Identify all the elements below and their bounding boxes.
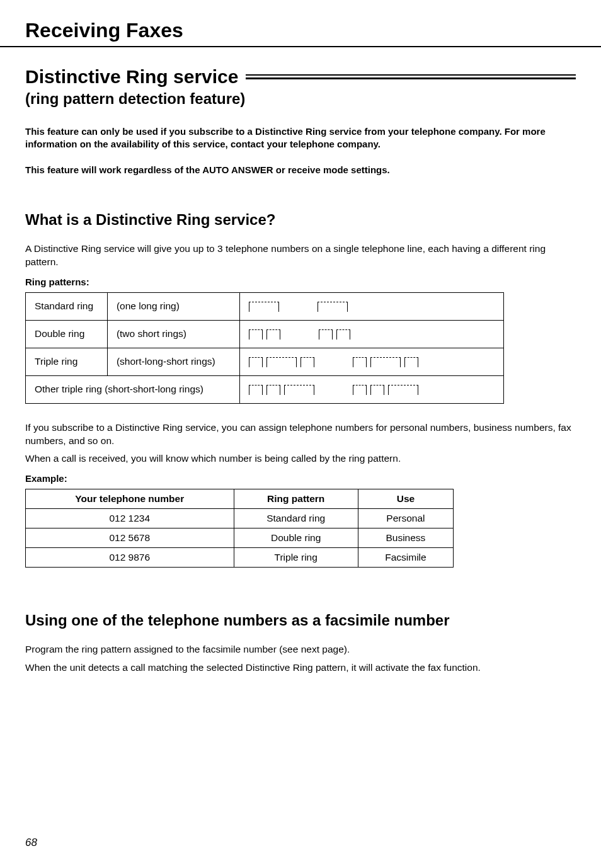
cell: Business: [358, 528, 453, 548]
table-row: 012 5678 Double ring Business: [26, 528, 454, 548]
ring-name-desc: Other triple ring (short-short-long ring…: [26, 375, 240, 403]
ring-pulse-icon: [249, 385, 263, 395]
example-label: Example:: [25, 473, 576, 484]
ring-pulse-group-icon: [249, 384, 318, 395]
ring-pulse-icon: [266, 329, 280, 340]
ring-pattern-cell: [239, 320, 503, 348]
table-row: Standard ring (one long ring): [26, 292, 504, 320]
cell: 012 1234: [26, 509, 234, 528]
ring-desc-text: (short-short-long rings): [105, 384, 203, 394]
ring-pulse-icon: [353, 357, 367, 367]
ring-pattern-cell: [239, 375, 503, 403]
cell: Standard ring: [234, 509, 358, 528]
table-row: 012 9876 Triple ring Facsimile: [26, 548, 454, 568]
ring-desc: (short-long-short rings): [107, 348, 239, 375]
cell: 012 5678: [26, 528, 234, 548]
ring-pulse-icon: [249, 329, 263, 340]
col-header: Ring pattern: [234, 489, 358, 509]
cell: 012 9876: [26, 548, 234, 568]
table-header-row: Your telephone number Ring pattern Use: [26, 489, 454, 509]
ring-pulse-icon: [388, 385, 418, 395]
example-table: Your telephone number Ring pattern Use 0…: [25, 489, 454, 568]
ring-name: Double ring: [26, 320, 108, 348]
assign-body-2: When a call is received, you will know w…: [25, 452, 576, 465]
ring-name-text: Other triple ring: [35, 384, 102, 394]
ring-pulse-group-icon: [249, 300, 283, 312]
page-header: Receiving Faxes: [25, 19, 576, 42]
ring-pulse-icon: [353, 385, 367, 395]
ring-name: Triple ring: [26, 348, 108, 375]
cell: Facsimile: [358, 548, 453, 568]
table-row: Other triple ring (short-short-long ring…: [26, 375, 504, 403]
ring-pulse-icon: [318, 302, 348, 312]
header-rule: [0, 46, 601, 47]
section-title: Distinctive Ring service: [25, 66, 238, 88]
ring-pulse-icon: [266, 357, 297, 367]
page-number: 68: [25, 837, 37, 849]
ring-desc: (one long ring): [107, 292, 239, 320]
ring-pulse-icon: [284, 385, 314, 395]
table-row: Triple ring (short-long-short rings): [26, 348, 504, 375]
ring-pulse-group-icon: [249, 356, 318, 367]
using-body-2: When the unit detects a call matching th…: [25, 661, 576, 675]
col-header: Use: [358, 489, 453, 509]
ring-desc: (two short rings): [107, 320, 239, 348]
ring-pulse-icon: [404, 357, 418, 367]
what-heading: What is a Distinctive Ring service?: [25, 211, 576, 229]
ring-pulse-icon: [319, 329, 333, 340]
what-body: A Distinctive Ring service will give you…: [25, 243, 576, 269]
using-body-1: Program the ring pattern assigned to the…: [25, 643, 576, 656]
ring-pulse-icon: [336, 329, 350, 340]
ring-pulse-icon: [266, 385, 280, 395]
ring-pulse-group-icon: [353, 356, 422, 367]
ring-pulse-icon: [249, 302, 279, 312]
title-row: Distinctive Ring service: [25, 66, 576, 88]
cell: Double ring: [234, 528, 358, 548]
ring-pulse-group-icon: [318, 300, 352, 312]
ring-pulse-group-icon: [319, 328, 354, 340]
ring-pattern-table: Standard ring (one long ring) Double rin…: [25, 292, 504, 404]
ring-pattern-cell: [239, 292, 503, 320]
cell: Personal: [358, 509, 453, 528]
ring-pulse-icon: [370, 385, 384, 395]
ring-pulse-icon: [370, 357, 401, 367]
ring-name: Standard ring: [26, 292, 108, 320]
cell: Triple ring: [234, 548, 358, 568]
col-header: Your telephone number: [26, 489, 234, 509]
title-rule-icon: [246, 74, 576, 79]
intro-paragraph-2: This feature will work regardless of the…: [25, 164, 576, 176]
section-subtitle: (ring pattern detection feature): [25, 90, 576, 108]
ring-pulse-icon: [249, 357, 263, 367]
intro-paragraph-1: This feature can only be used if you sub…: [25, 125, 576, 151]
ring-pattern-cell: [239, 348, 503, 375]
using-heading: Using one of the telephone numbers as a …: [25, 612, 576, 629]
ring-pulse-group-icon: [249, 328, 284, 340]
ring-pulse-group-icon: [353, 384, 422, 395]
ring-patterns-label: Ring patterns:: [25, 277, 576, 287]
table-row: Double ring (two short rings): [26, 320, 504, 348]
assign-body-1: If you subscribe to a Distinctive Ring s…: [25, 421, 576, 448]
table-row: 012 1234 Standard ring Personal: [26, 509, 454, 528]
ring-pulse-icon: [300, 357, 314, 367]
